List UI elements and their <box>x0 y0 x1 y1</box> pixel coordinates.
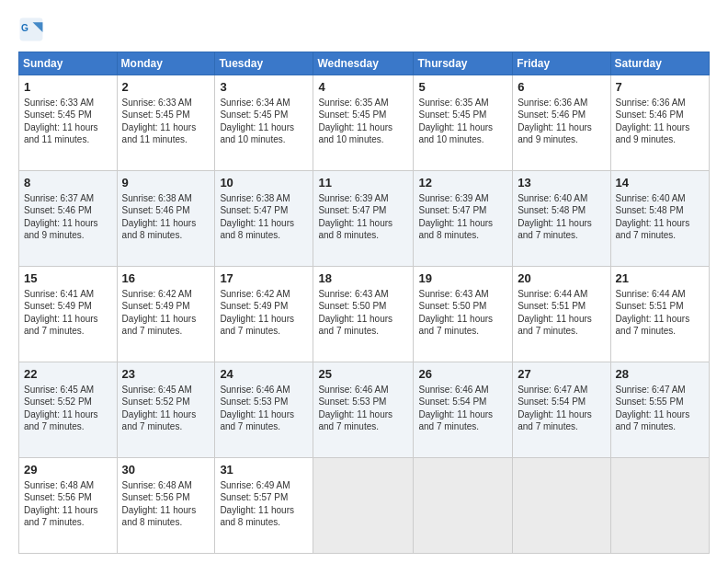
day-number: 8 <box>24 175 112 191</box>
calendar-cell: 9Sunrise: 6:38 AM Sunset: 5:46 PM Daylig… <box>117 171 215 267</box>
calendar-cell <box>414 458 513 554</box>
day-number: 16 <box>122 270 210 287</box>
day-header-tuesday: Tuesday <box>215 52 313 75</box>
calendar-week-1: 1Sunrise: 6:33 AM Sunset: 5:45 PM Daylig… <box>19 75 710 171</box>
day-number: 20 <box>518 270 605 287</box>
day-info: Sunrise: 6:42 AM Sunset: 5:49 PM Dayligh… <box>122 288 210 338</box>
day-number: 26 <box>418 366 507 383</box>
day-info: Sunrise: 6:48 AM Sunset: 5:56 PM Dayligh… <box>24 479 112 529</box>
day-number: 29 <box>24 462 112 478</box>
calendar-cell: 17Sunrise: 6:42 AM Sunset: 5:49 PM Dayli… <box>215 267 313 362</box>
calendar-cell <box>610 458 709 554</box>
calendar-cell: 24Sunrise: 6:46 AM Sunset: 5:53 PM Dayli… <box>215 362 313 458</box>
day-number: 1 <box>24 79 112 96</box>
day-info: Sunrise: 6:40 AM Sunset: 5:48 PM Dayligh… <box>518 192 605 242</box>
day-number: 2 <box>122 79 210 96</box>
calendar-cell: 10Sunrise: 6:38 AM Sunset: 5:47 PM Dayli… <box>215 171 313 267</box>
day-number: 12 <box>418 175 507 191</box>
day-info: Sunrise: 6:35 AM Sunset: 5:45 PM Dayligh… <box>318 97 408 146</box>
calendar-cell: 14Sunrise: 6:40 AM Sunset: 5:48 PM Dayli… <box>610 171 709 267</box>
calendar-cell: 16Sunrise: 6:42 AM Sunset: 5:49 PM Dayli… <box>117 267 215 362</box>
calendar-cell: 5Sunrise: 6:35 AM Sunset: 5:45 PM Daylig… <box>414 75 513 171</box>
calendar-cell: 31Sunrise: 6:49 AM Sunset: 5:57 PM Dayli… <box>215 458 313 554</box>
day-info: Sunrise: 6:42 AM Sunset: 5:49 PM Dayligh… <box>220 288 308 338</box>
day-number: 9 <box>122 175 210 191</box>
day-info: Sunrise: 6:41 AM Sunset: 5:49 PM Dayligh… <box>24 288 112 338</box>
day-info: Sunrise: 6:35 AM Sunset: 5:45 PM Dayligh… <box>418 97 507 146</box>
day-info: Sunrise: 6:45 AM Sunset: 5:52 PM Dayligh… <box>122 384 210 433</box>
day-info: Sunrise: 6:36 AM Sunset: 5:46 PM Dayligh… <box>616 97 704 146</box>
svg-text:G: G <box>21 23 28 33</box>
day-info: Sunrise: 6:48 AM Sunset: 5:56 PM Dayligh… <box>122 479 210 529</box>
logo: G <box>18 17 48 42</box>
calendar-header-row: SundayMondayTuesdayWednesdayThursdayFrid… <box>19 52 710 75</box>
day-number: 28 <box>616 366 704 383</box>
day-header-saturday: Saturday <box>610 52 709 75</box>
logo-icon: G <box>18 17 44 42</box>
calendar-week-4: 22Sunrise: 6:45 AM Sunset: 5:52 PM Dayli… <box>19 362 710 458</box>
calendar-cell: 19Sunrise: 6:43 AM Sunset: 5:50 PM Dayli… <box>414 267 513 362</box>
calendar-cell: 28Sunrise: 6:47 AM Sunset: 5:55 PM Dayli… <box>610 362 709 458</box>
calendar-cell: 18Sunrise: 6:43 AM Sunset: 5:50 PM Dayli… <box>313 267 414 362</box>
day-number: 7 <box>616 79 704 96</box>
header: G <box>18 17 710 42</box>
calendar-week-3: 15Sunrise: 6:41 AM Sunset: 5:49 PM Dayli… <box>19 267 710 362</box>
day-info: Sunrise: 6:44 AM Sunset: 5:51 PM Dayligh… <box>518 288 605 338</box>
calendar-cell: 12Sunrise: 6:39 AM Sunset: 5:47 PM Dayli… <box>414 171 513 267</box>
calendar-cell: 21Sunrise: 6:44 AM Sunset: 5:51 PM Dayli… <box>610 267 709 362</box>
day-info: Sunrise: 6:44 AM Sunset: 5:51 PM Dayligh… <box>616 288 704 338</box>
day-number: 25 <box>318 366 408 383</box>
day-number: 18 <box>318 270 408 287</box>
day-info: Sunrise: 6:39 AM Sunset: 5:47 PM Dayligh… <box>318 192 408 242</box>
calendar-cell: 2Sunrise: 6:33 AM Sunset: 5:45 PM Daylig… <box>117 75 215 171</box>
day-number: 22 <box>24 366 112 383</box>
day-info: Sunrise: 6:45 AM Sunset: 5:52 PM Dayligh… <box>24 384 112 433</box>
day-header-friday: Friday <box>513 52 610 75</box>
day-number: 19 <box>418 270 507 287</box>
day-info: Sunrise: 6:43 AM Sunset: 5:50 PM Dayligh… <box>318 288 408 338</box>
day-number: 15 <box>24 270 112 287</box>
calendar-cell: 27Sunrise: 6:47 AM Sunset: 5:54 PM Dayli… <box>513 362 610 458</box>
calendar-cell: 29Sunrise: 6:48 AM Sunset: 5:56 PM Dayli… <box>19 458 118 554</box>
day-number: 31 <box>220 462 308 478</box>
day-info: Sunrise: 6:36 AM Sunset: 5:46 PM Dayligh… <box>518 97 605 146</box>
day-info: Sunrise: 6:38 AM Sunset: 5:46 PM Dayligh… <box>122 192 210 242</box>
day-number: 4 <box>318 79 408 96</box>
calendar-cell: 15Sunrise: 6:41 AM Sunset: 5:49 PM Dayli… <box>19 267 118 362</box>
calendar-cell: 23Sunrise: 6:45 AM Sunset: 5:52 PM Dayli… <box>117 362 215 458</box>
day-number: 13 <box>518 175 605 191</box>
calendar-cell: 26Sunrise: 6:46 AM Sunset: 5:54 PM Dayli… <box>414 362 513 458</box>
day-info: Sunrise: 6:46 AM Sunset: 5:53 PM Dayligh… <box>220 384 308 433</box>
calendar-cell <box>313 458 414 554</box>
day-info: Sunrise: 6:47 AM Sunset: 5:55 PM Dayligh… <box>616 384 704 433</box>
calendar-cell: 22Sunrise: 6:45 AM Sunset: 5:52 PM Dayli… <box>19 362 118 458</box>
calendar-week-2: 8Sunrise: 6:37 AM Sunset: 5:46 PM Daylig… <box>19 171 710 267</box>
day-number: 6 <box>518 79 605 96</box>
day-info: Sunrise: 6:37 AM Sunset: 5:46 PM Dayligh… <box>24 192 112 242</box>
day-info: Sunrise: 6:43 AM Sunset: 5:50 PM Dayligh… <box>418 288 507 338</box>
day-info: Sunrise: 6:40 AM Sunset: 5:48 PM Dayligh… <box>616 192 704 242</box>
day-number: 14 <box>616 175 704 191</box>
calendar-cell: 3Sunrise: 6:34 AM Sunset: 5:45 PM Daylig… <box>215 75 313 171</box>
day-info: Sunrise: 6:38 AM Sunset: 5:47 PM Dayligh… <box>220 192 308 242</box>
calendar-cell: 11Sunrise: 6:39 AM Sunset: 5:47 PM Dayli… <box>313 171 414 267</box>
calendar-table: SundayMondayTuesdayWednesdayThursdayFrid… <box>18 52 710 554</box>
calendar-cell: 30Sunrise: 6:48 AM Sunset: 5:56 PM Dayli… <box>117 458 215 554</box>
day-number: 17 <box>220 270 308 287</box>
day-info: Sunrise: 6:33 AM Sunset: 5:45 PM Dayligh… <box>24 97 112 146</box>
day-number: 30 <box>122 462 210 478</box>
day-header-thursday: Thursday <box>414 52 513 75</box>
calendar-cell: 20Sunrise: 6:44 AM Sunset: 5:51 PM Dayli… <box>513 267 610 362</box>
day-info: Sunrise: 6:33 AM Sunset: 5:45 PM Dayligh… <box>122 97 210 146</box>
calendar-cell: 13Sunrise: 6:40 AM Sunset: 5:48 PM Dayli… <box>513 171 610 267</box>
day-info: Sunrise: 6:46 AM Sunset: 5:53 PM Dayligh… <box>318 384 408 433</box>
day-number: 10 <box>220 175 308 191</box>
day-header-sunday: Sunday <box>19 52 118 75</box>
day-number: 24 <box>220 366 308 383</box>
day-header-monday: Monday <box>117 52 215 75</box>
day-number: 21 <box>616 270 704 287</box>
day-info: Sunrise: 6:34 AM Sunset: 5:45 PM Dayligh… <box>220 97 308 146</box>
calendar-week-5: 29Sunrise: 6:48 AM Sunset: 5:56 PM Dayli… <box>19 458 710 554</box>
page: G SundayMondayTuesdayWednesdayThursdayFr… <box>0 0 728 563</box>
day-info: Sunrise: 6:39 AM Sunset: 5:47 PM Dayligh… <box>418 192 507 242</box>
